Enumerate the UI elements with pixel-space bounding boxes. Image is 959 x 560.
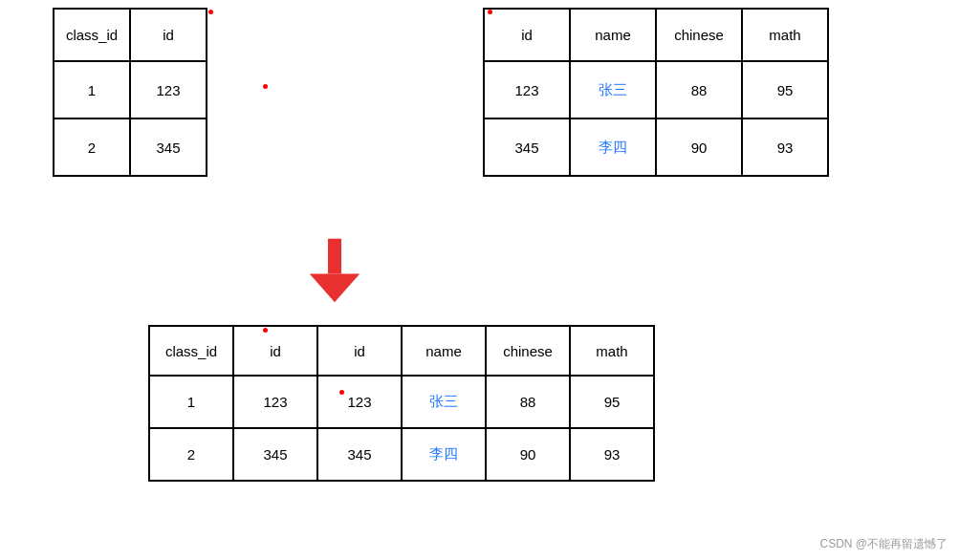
- red-dot-4: [263, 328, 268, 333]
- table-row: 93: [570, 428, 654, 481]
- table-row: 123: [317, 376, 402, 428]
- table-row: 1: [149, 376, 233, 428]
- col-header-id-1: id: [233, 326, 317, 376]
- col-header-chinese: chinese: [656, 9, 742, 61]
- table-row: 93: [742, 118, 828, 176]
- table-row: 345: [233, 428, 317, 481]
- red-dot-2: [263, 84, 268, 89]
- red-dot-1: [208, 10, 213, 14]
- table-row: 90: [656, 118, 742, 176]
- table-row: 李四: [402, 428, 486, 481]
- table-row: 88: [656, 61, 742, 118]
- table-row: 95: [570, 376, 654, 428]
- table-row: 345: [484, 118, 570, 176]
- bottom-table: class_id id id name chinese math 1 123 1…: [148, 325, 655, 482]
- table-row: 123: [233, 376, 317, 428]
- col-header-name: name: [570, 9, 656, 61]
- col-header-class-id: class_id: [149, 326, 233, 376]
- watermark: CSDN @不能再留遗憾了: [819, 536, 948, 552]
- table-row: 345: [317, 428, 402, 481]
- table-row: 1: [54, 61, 130, 118]
- table-row: 张三: [570, 61, 656, 118]
- col-header-id: id: [484, 9, 570, 61]
- top-left-table: class_id id 1 123 2 345: [53, 8, 207, 177]
- col-header-chinese: chinese: [486, 326, 570, 376]
- arrow-down: [306, 237, 363, 304]
- col-header-name: name: [402, 326, 486, 376]
- col-header-math: math: [570, 326, 654, 376]
- svg-marker-1: [310, 274, 360, 303]
- col-header-id-2: id: [317, 326, 402, 376]
- svg-rect-0: [328, 239, 341, 274]
- table-row: 123: [484, 61, 570, 118]
- table-row: 2: [149, 428, 233, 481]
- table-row: 95: [742, 61, 828, 118]
- col-header-math: math: [742, 9, 828, 61]
- red-dot-3: [488, 10, 492, 14]
- top-right-table: id name chinese math 123 张三 88 95 345 李四…: [483, 8, 829, 177]
- table-row: 123: [130, 61, 207, 118]
- table-row: 90: [486, 428, 570, 481]
- red-dot-5: [339, 390, 344, 395]
- table-row: 345: [130, 118, 207, 176]
- col-header-id: id: [130, 9, 207, 61]
- table-row: 张三: [402, 376, 486, 428]
- table-row: 2: [54, 118, 130, 176]
- col-header-class-id: class_id: [54, 9, 130, 61]
- table-row: 李四: [570, 118, 656, 176]
- table-row: 88: [486, 376, 570, 428]
